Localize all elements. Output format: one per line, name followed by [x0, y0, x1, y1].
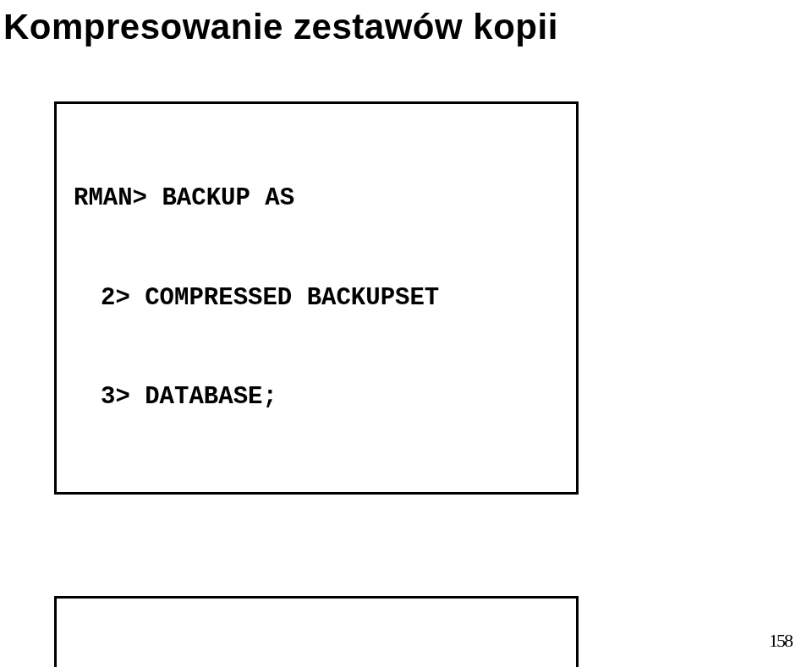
code-box-configure: RMAN> CONFIGURE DEVICE TYPE 2> DISK PARA… — [54, 596, 579, 667]
code-line: 3> DATABASE; — [74, 380, 559, 413]
code-box-backup: RMAN> BACKUP AS 2> COMPRESSED BACKUPSET … — [54, 101, 579, 495]
page: Kompresowanie zestawów kopii RMAN> BACKU… — [0, 0, 812, 667]
page-title: Kompresowanie zestawów kopii — [3, 7, 788, 47]
page-number: 158 — [769, 630, 792, 652]
code-line: 2> COMPRESSED BACKUPSET — [74, 282, 559, 314]
code-line: RMAN> BACKUP AS — [74, 182, 559, 215]
